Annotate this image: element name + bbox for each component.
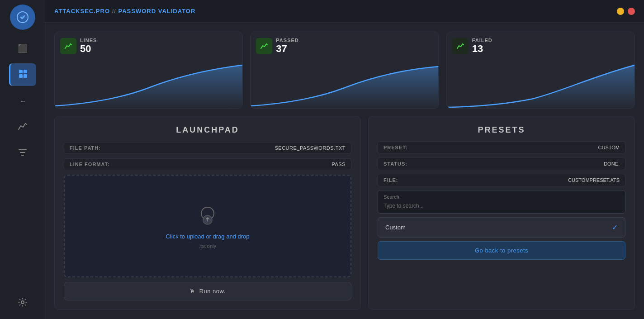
- svg-rect-5: [24, 74, 27, 78]
- back-to-presets-label: Go back to presets: [475, 247, 528, 254]
- preset-value: CUSTOM: [411, 145, 620, 150]
- upload-drag-text: or drag and drop: [206, 233, 249, 240]
- run-button[interactable]: 🖱 Run now.: [64, 282, 351, 300]
- line-format-label: LINE FORMAT:: [70, 162, 119, 167]
- passed-icon-box: [256, 38, 272, 54]
- app-title: ATTACKSEC.PRO // PASSWORD VALIDATOR: [54, 8, 195, 14]
- failed-label: FAILED: [472, 38, 492, 43]
- sidebar-item-grid[interactable]: [9, 63, 36, 86]
- search-label: Search: [384, 194, 620, 200]
- file-path-value: SECURE_PASSWORDS.TXT: [119, 145, 346, 151]
- custom-option-label: Custom: [385, 224, 406, 231]
- stat-header-passed: PASSED 37: [256, 38, 298, 55]
- status-label: STATUS:: [384, 161, 411, 167]
- file-path-row: FILE PATH: SECURE_PASSWORDS.TXT: [64, 142, 351, 154]
- svg-rect-3: [24, 70, 27, 73]
- stat-card-passed: PASSED 37: [250, 32, 439, 109]
- stat-header-lines: LINES 50: [60, 38, 97, 55]
- upload-zone[interactable]: Click to upload or drag and drop .txt on…: [64, 175, 351, 277]
- custom-option-item[interactable]: Custom ✓: [378, 217, 625, 238]
- svg-rect-2: [19, 70, 23, 73]
- run-label: Run now.: [199, 288, 226, 295]
- passed-value: 37: [276, 43, 298, 55]
- stats-row: LINES 50: [54, 32, 635, 109]
- sidebar: ⬛ ···: [0, 0, 45, 319]
- presets-panel: PRESETS PRESET: CUSTOM STATUS: DONE. FIL…: [368, 116, 635, 310]
- upload-icon: [197, 204, 218, 229]
- upload-click-text[interactable]: Click to upload: [166, 233, 204, 240]
- stat-card-lines: LINES 50: [54, 32, 243, 109]
- upload-sub-text: .txt only: [199, 243, 216, 249]
- status-row: STATUS: DONE.: [378, 157, 625, 170]
- preset-file-label: FILE:: [384, 177, 411, 183]
- window-controls: [617, 8, 635, 15]
- upload-text: Click to upload or drag and drop: [166, 233, 249, 240]
- titlebar: ATTACKSEC.PRO // PASSWORD VALIDATOR: [45, 0, 644, 23]
- preset-file-value: CUSTOMPRESET.ATS: [411, 177, 620, 183]
- passed-label: PASSED: [276, 38, 298, 43]
- stat-header-failed: FAILED 13: [452, 38, 492, 55]
- messages-icon: ···: [20, 96, 24, 106]
- failed-chart: [447, 63, 635, 108]
- main-content: LINES 50: [45, 23, 644, 319]
- filter-icon: [18, 148, 27, 159]
- line-format-value: PASS: [119, 162, 346, 167]
- preset-row: PRESET: CUSTOM: [378, 141, 625, 154]
- analytics-icon: [18, 121, 28, 133]
- lines-value: 50: [80, 43, 97, 55]
- launchpad-title: LAUNCHPAD: [64, 125, 351, 135]
- file-path-label: FILE PATH:: [70, 145, 119, 151]
- stat-card-failed: FAILED 13: [446, 32, 635, 109]
- back-to-presets-button[interactable]: Go back to presets: [378, 241, 625, 260]
- close-button[interactable]: [628, 8, 635, 15]
- status-value: DONE.: [411, 161, 620, 167]
- passed-chart: [251, 63, 438, 108]
- failed-value: 13: [472, 43, 492, 55]
- file-row: FILE: CUSTOMPRESET.ATS: [378, 174, 625, 186]
- lines-chart: [55, 63, 242, 108]
- failed-icon-box: [452, 38, 469, 54]
- svg-point-6: [21, 301, 24, 304]
- line-format-row: LINE FORMAT: PASS: [64, 158, 351, 170]
- sidebar-item-analytics[interactable]: [9, 116, 36, 138]
- bottom-row: LAUNCHPAD FILE PATH: SECURE_PASSWORDS.TX…: [54, 116, 635, 310]
- page-title: PASSWORD VALIDATOR: [118, 8, 196, 14]
- svg-rect-4: [19, 74, 23, 78]
- sidebar-item-settings[interactable]: [9, 292, 36, 314]
- presets-title: PRESETS: [378, 125, 625, 135]
- lines-icon-box: [60, 38, 76, 54]
- search-input[interactable]: [384, 203, 620, 209]
- minimize-button[interactable]: [617, 8, 624, 15]
- lines-label: LINES: [80, 38, 97, 43]
- launchpad-panel: LAUNCHPAD FILE PATH: SECURE_PASSWORDS.TX…: [54, 116, 361, 310]
- sidebar-item-home[interactable]: ⬛: [9, 37, 36, 60]
- preset-label: PRESET:: [384, 145, 411, 150]
- svg-point-1: [21, 15, 24, 19]
- home-icon: ⬛: [18, 43, 28, 53]
- sidebar-item-filter[interactable]: [9, 142, 36, 165]
- search-box: Search: [378, 190, 625, 214]
- sidebar-item-messages[interactable]: ···: [9, 90, 36, 112]
- grid-icon: [18, 69, 28, 81]
- checkmark-icon: ✓: [612, 223, 618, 232]
- run-icon: 🖱: [189, 288, 196, 295]
- brand-name: ATTACKSEC.PRO: [54, 8, 110, 14]
- settings-icon: [18, 297, 28, 309]
- sidebar-logo[interactable]: [10, 5, 35, 30]
